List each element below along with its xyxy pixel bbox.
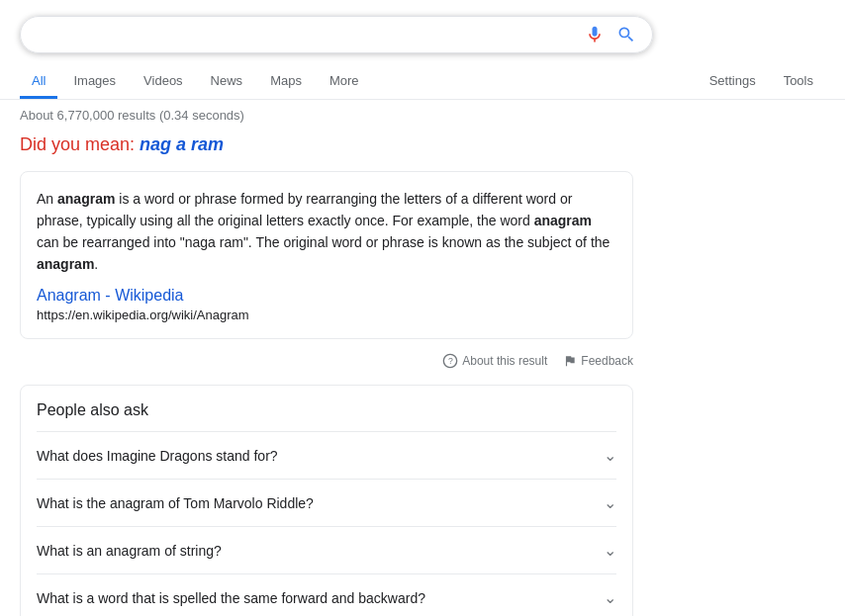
question-icon: ? bbox=[442, 353, 458, 369]
flag-icon bbox=[563, 354, 577, 368]
faq-item-1[interactable]: What does Imagine Dragons stand for? ⌄ bbox=[37, 431, 616, 479]
faq-question-2: What is the anagram of Tom Marvolo Riddl… bbox=[37, 495, 314, 511]
did-you-mean-prefix: Did you mean: bbox=[20, 134, 140, 154]
wikipedia-link[interactable]: Anagram - Wikipedia bbox=[37, 287, 616, 305]
chevron-down-icon-3: ⌄ bbox=[604, 541, 616, 560]
did-you-mean: Did you mean: nag a ram bbox=[20, 134, 633, 155]
did-you-mean-link[interactable]: nag a ram bbox=[140, 134, 224, 154]
results-container: About 6,770,000 results (0.34 seconds) D… bbox=[0, 100, 653, 616]
tab-news[interactable]: News bbox=[199, 65, 255, 99]
faq-item-4[interactable]: What is a word that is spelled the same … bbox=[37, 573, 616, 616]
chevron-down-icon-4: ⌄ bbox=[604, 588, 616, 607]
tab-videos[interactable]: Videos bbox=[132, 65, 195, 99]
mic-icon[interactable] bbox=[585, 25, 605, 44]
tab-images[interactable]: Images bbox=[61, 65, 128, 99]
info-box: An anagram is a word or phrase formed by… bbox=[20, 171, 633, 339]
tab-all[interactable]: All bbox=[20, 65, 57, 99]
feedback-label: Feedback bbox=[581, 354, 633, 368]
info-box-text: An anagram is a word or phrase formed by… bbox=[37, 188, 616, 275]
about-row: ? About this result Feedback bbox=[20, 347, 633, 385]
tab-tools[interactable]: Tools bbox=[772, 65, 825, 99]
faq-question-4: What is a word that is spelled the same … bbox=[37, 590, 425, 606]
tab-settings[interactable]: Settings bbox=[698, 65, 768, 99]
faq-item-3[interactable]: What is an anagram of string? ⌄ bbox=[37, 526, 616, 573]
nav-left: All Images Videos News Maps More bbox=[20, 65, 698, 99]
faq-item-2[interactable]: What is the anagram of Tom Marvolo Riddl… bbox=[37, 479, 616, 526]
search-input[interactable]: anagram bbox=[37, 26, 585, 44]
tab-more[interactable]: More bbox=[318, 65, 371, 99]
about-label: About this result bbox=[462, 354, 547, 368]
people-also-ask-section: People also ask What does Imagine Dragon… bbox=[20, 385, 633, 616]
tab-maps[interactable]: Maps bbox=[258, 65, 314, 99]
nav-right: Settings Tools bbox=[698, 65, 825, 99]
people-ask-title: People also ask bbox=[37, 401, 616, 419]
search-icons bbox=[585, 25, 636, 44]
nav-tabs: All Images Videos News Maps More Setting… bbox=[0, 57, 845, 100]
wikipedia-url: https://en.wikipedia.org/wiki/Anagram bbox=[37, 308, 249, 322]
feedback-button[interactable]: Feedback bbox=[563, 354, 633, 368]
chevron-down-icon-2: ⌄ bbox=[604, 493, 616, 512]
search-box: anagram bbox=[20, 16, 653, 53]
faq-question-1: What does Imagine Dragons stand for? bbox=[37, 448, 278, 464]
faq-question-3: What is an anagram of string? bbox=[37, 543, 222, 559]
search-icon[interactable] bbox=[616, 25, 636, 44]
search-bar-container: anagram bbox=[0, 0, 845, 53]
about-this-result[interactable]: ? About this result bbox=[442, 353, 547, 369]
results-stats: About 6,770,000 results (0.34 seconds) bbox=[20, 100, 633, 134]
svg-text:?: ? bbox=[448, 357, 453, 367]
chevron-down-icon-1: ⌄ bbox=[604, 446, 616, 465]
